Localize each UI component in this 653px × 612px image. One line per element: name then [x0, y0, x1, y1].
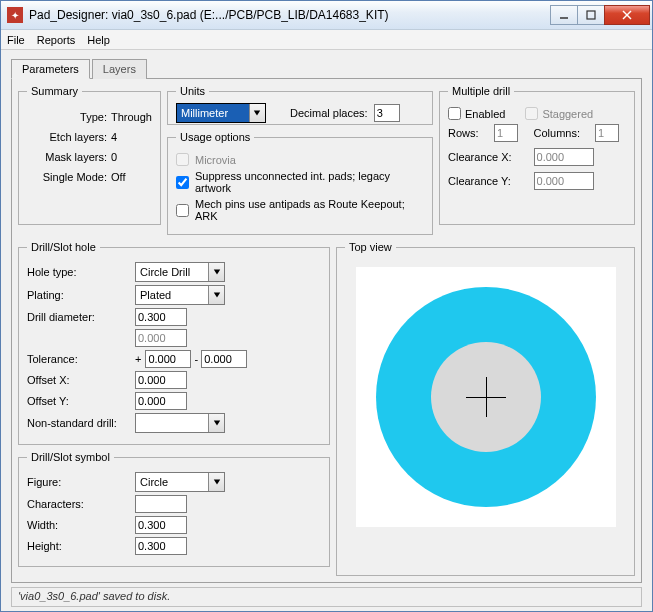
offset-x-label: Offset X:	[27, 374, 135, 386]
chevron-down-icon	[249, 104, 265, 122]
symbol-width-label: Width:	[27, 519, 135, 531]
menu-reports[interactable]: Reports	[37, 34, 76, 46]
chevron-down-icon	[208, 263, 224, 281]
svg-marker-4	[254, 111, 260, 116]
tab-body: Summary Type:Through Etch layers:4 Mask …	[11, 78, 642, 583]
summary-mask-label: Mask layers:	[27, 151, 107, 163]
microvia-checkbox	[176, 153, 189, 166]
usage-group: Usage options Microvia Suppress unconnec…	[167, 131, 433, 235]
status-bar: 'via0_3s0_6.pad' saved to disk.	[11, 587, 642, 607]
holetype-select[interactable]: Circle Drill	[135, 262, 225, 282]
chevron-down-icon	[208, 414, 224, 432]
characters-input[interactable]	[135, 495, 187, 513]
tab-strip: Parameters Layers	[11, 58, 642, 78]
mech-label: Mech pins use antipads as Route Keepout;…	[195, 198, 424, 222]
summary-single-label: Single Mode:	[27, 171, 107, 183]
characters-label: Characters:	[27, 498, 135, 510]
plating-select[interactable]: Plated	[135, 285, 225, 305]
clearance-y-label: Clearance Y:	[448, 175, 526, 187]
window-title: Pad_Designer: via0_3s0_6.pad (E:.../PCB/…	[29, 8, 551, 22]
offset-x-input[interactable]	[135, 371, 187, 389]
decimal-places-input[interactable]	[374, 104, 400, 122]
chevron-down-icon	[208, 473, 224, 491]
main-window: ✦ Pad_Designer: via0_3s0_6.pad (E:.../PC…	[0, 0, 653, 612]
summary-etch-value: 4	[111, 131, 117, 143]
summary-mask-value: 0	[111, 151, 117, 163]
close-button[interactable]	[604, 5, 650, 25]
columns-label: Columns:	[534, 127, 587, 139]
top-view-legend: Top view	[345, 241, 396, 253]
clearance-x-input	[534, 148, 594, 166]
tab-layers[interactable]: Layers	[92, 59, 147, 79]
staggered-label: Staggered	[542, 108, 593, 120]
summary-etch-label: Etch layers:	[27, 131, 107, 143]
tolerance-minus-input[interactable]	[201, 350, 247, 368]
minimize-button[interactable]	[550, 5, 578, 25]
units-select[interactable]: Millimeter	[176, 103, 266, 123]
svg-marker-7	[213, 421, 219, 426]
tolerance-label: Tolerance:	[27, 353, 135, 365]
pad-preview	[356, 267, 616, 527]
client-area: Parameters Layers Summary Type:Through E…	[1, 50, 652, 611]
drill-symbol-legend: Drill/Slot symbol	[27, 451, 114, 463]
svg-marker-6	[213, 293, 219, 298]
rows-label: Rows:	[448, 127, 486, 139]
mech-checkbox[interactable]	[176, 204, 189, 217]
svg-marker-5	[213, 270, 219, 275]
rows-input	[494, 124, 518, 142]
multiple-drill-legend: Multiple drill	[448, 85, 514, 97]
svg-marker-8	[213, 480, 219, 485]
offset-y-label: Offset Y:	[27, 395, 135, 407]
plating-value: Plated	[136, 289, 208, 301]
summary-type-value: Through	[111, 111, 152, 123]
drill-diameter-2-input	[135, 329, 187, 347]
units-group: Units Millimeter Decimal places:	[167, 85, 433, 125]
holetype-value: Circle Drill	[136, 266, 208, 278]
drill-slot-hole-group: Drill/Slot hole Hole type: Circle Drill …	[18, 241, 330, 445]
units-legend: Units	[176, 85, 209, 97]
decimal-places-label: Decimal places:	[290, 107, 368, 119]
usage-legend: Usage options	[176, 131, 254, 143]
microvia-label: Microvia	[195, 154, 236, 166]
figure-select[interactable]: Circle	[135, 472, 225, 492]
menu-file[interactable]: File	[7, 34, 25, 46]
drill-slot-symbol-group: Drill/Slot symbol Figure: Circle Charact…	[18, 451, 330, 567]
summary-type-label: Type:	[27, 111, 107, 123]
tolerance-plus-input[interactable]	[145, 350, 191, 368]
nonstd-select[interactable]	[135, 413, 225, 433]
suppress-checkbox[interactable]	[176, 176, 189, 189]
drill-hole-legend: Drill/Slot hole	[27, 241, 100, 253]
enabled-label: Enabled	[465, 108, 505, 120]
columns-input	[595, 124, 619, 142]
symbol-height-input[interactable]	[135, 537, 187, 555]
symbol-height-label: Height:	[27, 540, 135, 552]
svg-rect-1	[587, 11, 595, 19]
drill-diameter-input[interactable]	[135, 308, 187, 326]
summary-single-value: Off	[111, 171, 125, 183]
symbol-width-input[interactable]	[135, 516, 187, 534]
clearance-x-label: Clearance X:	[448, 151, 526, 163]
figure-label: Figure:	[27, 476, 135, 488]
menubar: File Reports Help	[1, 30, 652, 50]
holetype-label: Hole type:	[27, 266, 135, 278]
top-view-group: Top view	[336, 241, 635, 576]
staggered-checkbox	[525, 107, 538, 120]
tab-parameters[interactable]: Parameters	[11, 59, 90, 79]
drill-diameter-label: Drill diameter:	[27, 311, 135, 323]
titlebar[interactable]: ✦ Pad_Designer: via0_3s0_6.pad (E:.../PC…	[1, 1, 652, 30]
suppress-label: Suppress unconnected int. pads; legacy a…	[195, 170, 424, 194]
clearance-y-input	[534, 172, 594, 190]
nonstd-label: Non-standard drill:	[27, 417, 135, 429]
summary-group: Summary Type:Through Etch layers:4 Mask …	[18, 85, 161, 225]
menu-help[interactable]: Help	[87, 34, 110, 46]
units-select-value: Millimeter	[177, 107, 249, 119]
maximize-button[interactable]	[577, 5, 605, 25]
summary-legend: Summary	[27, 85, 82, 97]
plating-label: Plating:	[27, 289, 135, 301]
enabled-checkbox[interactable]	[448, 107, 461, 120]
chevron-down-icon	[208, 286, 224, 304]
figure-value: Circle	[136, 476, 208, 488]
tolerance-sep: -	[195, 353, 199, 365]
multiple-drill-group: Multiple drill Enabled Staggered Rows: C…	[439, 85, 635, 225]
offset-y-input[interactable]	[135, 392, 187, 410]
